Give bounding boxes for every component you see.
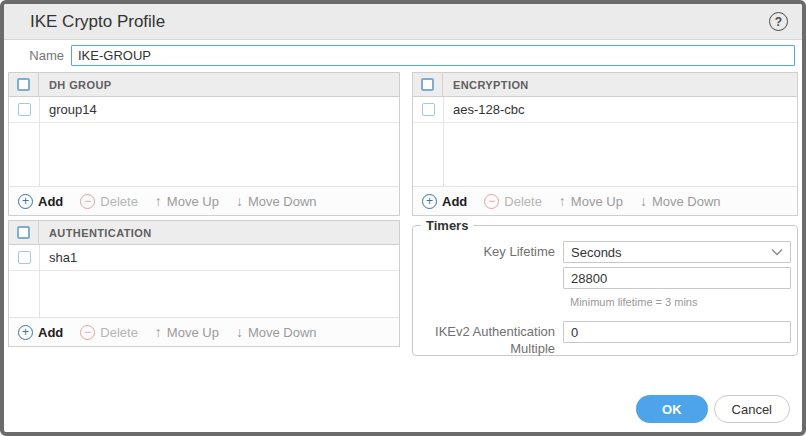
header-checkbox-cell (9, 221, 39, 244)
arrow-down-icon: ↓ (236, 193, 243, 209)
encryption-header-row: ENCRYPTION (413, 73, 797, 97)
move-down-button[interactable]: ↓Move Down (236, 324, 317, 340)
move-down-label: Move Down (248, 194, 317, 209)
timers-legend: Timers (421, 218, 473, 233)
move-up-button[interactable]: ↑Move Up (155, 324, 219, 340)
key-lifetime-unit-select[interactable]: Seconds (563, 241, 791, 263)
table-row[interactable]: aes-128-cbc (413, 97, 797, 123)
add-button[interactable]: +Add (18, 194, 63, 209)
minus-circle-icon: − (80, 194, 95, 209)
name-row: Name (28, 45, 795, 66)
add-label: Add (38, 325, 63, 340)
plus-circle-icon: + (422, 194, 437, 209)
key-lifetime-input[interactable] (563, 267, 791, 289)
ikev2-multiple-input[interactable] (563, 321, 791, 343)
authentication-table: AUTHENTICATION sha1 +Add −Delete ↑Move U… (8, 220, 400, 347)
ikev2-label: IKEv2 Authentication Multiple (413, 321, 563, 358)
add-label: Add (38, 194, 63, 209)
delete-button[interactable]: −Delete (80, 325, 138, 340)
ok-button[interactable]: OK (636, 395, 708, 423)
select-all-checkbox[interactable] (17, 226, 30, 239)
header-checkbox-cell (413, 73, 443, 96)
cancel-button[interactable]: Cancel (714, 395, 790, 423)
chevron-down-icon (771, 248, 783, 256)
column-header: AUTHENTICATION (39, 227, 152, 239)
table-row[interactable]: group14 (9, 97, 399, 123)
cell-value: sha1 (39, 250, 77, 265)
add-button[interactable]: +Add (422, 194, 467, 209)
titlebar: IKE Crypto Profile ? (4, 4, 802, 40)
row-checkbox[interactable] (18, 251, 31, 264)
dh-group-body: group14 (9, 97, 399, 186)
select-all-checkbox[interactable] (421, 78, 434, 91)
authentication-toolbar: +Add −Delete ↑Move Up ↓Move Down (9, 317, 399, 346)
add-button[interactable]: +Add (18, 325, 63, 340)
move-up-button[interactable]: ↑Move Up (155, 193, 219, 209)
move-up-label: Move Up (571, 194, 623, 209)
column-header: ENCRYPTION (443, 79, 529, 91)
row-checkbox-cell (9, 245, 39, 270)
move-down-button[interactable]: ↓Move Down (640, 193, 721, 209)
cell-value: group14 (39, 102, 97, 117)
authentication-body: sha1 (9, 245, 399, 317)
footer: OK Cancel (636, 395, 790, 423)
move-down-label: Move Down (652, 194, 721, 209)
ikev2-row: IKEv2 Authentication Multiple (413, 321, 791, 358)
delete-button[interactable]: −Delete (484, 194, 542, 209)
minus-circle-icon: − (80, 325, 95, 340)
authentication-header-row: AUTHENTICATION (9, 221, 399, 245)
move-down-button[interactable]: ↓Move Down (236, 193, 317, 209)
add-label: Add (442, 194, 467, 209)
table-row[interactable]: sha1 (9, 245, 399, 271)
row-checkbox-cell (413, 97, 443, 122)
move-up-label: Move Up (167, 194, 219, 209)
help-icon[interactable]: ? (769, 12, 788, 31)
delete-button[interactable]: −Delete (80, 194, 138, 209)
move-up-label: Move Up (167, 325, 219, 340)
encryption-table: ENCRYPTION aes-128-cbc +Add −Delete ↑Mov… (412, 72, 798, 216)
arrow-up-icon: ↑ (155, 193, 162, 209)
dh-group-header-row: DH GROUP (9, 73, 399, 97)
row-checkbox-cell (9, 97, 39, 122)
plus-circle-icon: + (18, 325, 33, 340)
arrow-up-icon: ↑ (559, 193, 566, 209)
row-checkbox[interactable] (422, 103, 435, 116)
delete-label: Delete (504, 194, 542, 209)
plus-circle-icon: + (18, 194, 33, 209)
row-checkbox[interactable] (18, 103, 31, 116)
header-checkbox-cell (9, 73, 39, 96)
name-input[interactable] (71, 45, 795, 66)
arrow-down-icon: ↓ (640, 193, 647, 209)
column-header: DH GROUP (39, 79, 111, 91)
select-all-checkbox[interactable] (17, 78, 30, 91)
dh-group-table: DH GROUP group14 +Add −Delete ↑Move Up ↓… (8, 72, 400, 216)
timers-group: Timers Key Lifetime Seconds Minimum life… (412, 225, 798, 356)
dialog-title: IKE Crypto Profile (30, 12, 165, 32)
arrow-up-icon: ↑ (155, 324, 162, 340)
encryption-body: aes-128-cbc (413, 97, 797, 186)
encryption-toolbar: +Add −Delete ↑Move Up ↓Move Down (413, 186, 797, 215)
delete-label: Delete (100, 194, 138, 209)
min-lifetime-note: Minimum lifetime = 3 mins (563, 289, 791, 308)
cell-value: aes-128-cbc (443, 102, 525, 117)
move-down-label: Move Down (248, 325, 317, 340)
ike-crypto-profile-dialog: IKE Crypto Profile ? Name DH GROUP group… (0, 0, 806, 436)
key-lifetime-label: Key Lifetime (413, 241, 563, 261)
key-lifetime-row: Key Lifetime Seconds Minimum lifetime = … (413, 241, 791, 308)
key-lifetime-unit-value: Seconds (571, 245, 622, 260)
move-up-button[interactable]: ↑Move Up (559, 193, 623, 209)
minus-circle-icon: − (484, 194, 499, 209)
delete-label: Delete (100, 325, 138, 340)
name-label: Name (28, 48, 64, 63)
arrow-down-icon: ↓ (236, 324, 243, 340)
dh-group-toolbar: +Add −Delete ↑Move Up ↓Move Down (9, 186, 399, 215)
